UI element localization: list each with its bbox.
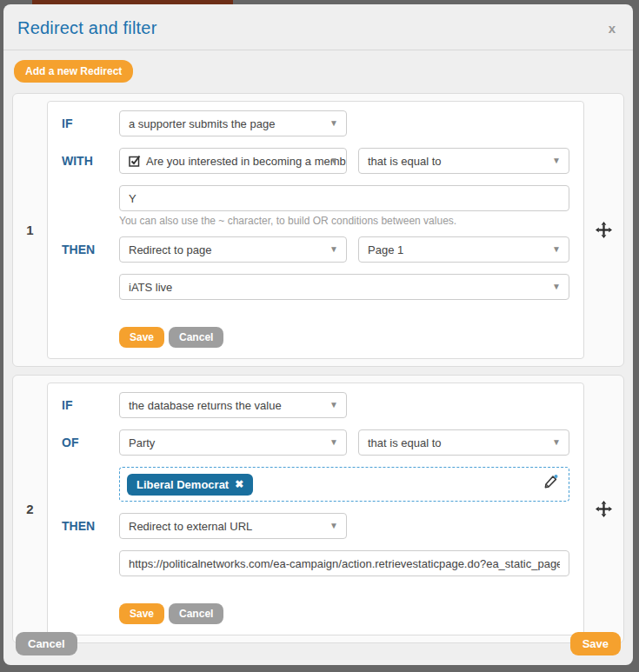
chevron-down-icon: ▼ (329, 400, 338, 409)
if-row: IF a supporter submits the page ▼ (62, 110, 569, 136)
select-value: Are you interested in becoming a memb... (146, 155, 347, 168)
chevron-down-icon: ▼ (552, 156, 561, 165)
footer-cancel-button[interactable]: Cancel (16, 632, 77, 655)
save-button[interactable]: Save (119, 603, 164, 624)
of-field-select[interactable]: Party ▼ (119, 429, 347, 456)
drag-handle[interactable] (584, 376, 623, 642)
redirect-filter-modal: Redirect and filter x Add a new Redirect… (3, 4, 633, 665)
with-row: WITH Are you interested in becoming a me… (62, 148, 569, 174)
if-condition-select[interactable]: a supporter submits the page ▼ (119, 110, 347, 136)
if-condition-select[interactable]: the database returns the value ▼ (119, 392, 347, 418)
select-value: the database returns the value (129, 399, 282, 412)
with-field-select[interactable]: Are you interested in becoming a memb...… (119, 148, 347, 174)
chevron-down-icon: ▼ (552, 244, 561, 254)
chevron-down-icon: ▼ (552, 282, 561, 291)
with-label: WITH (62, 154, 108, 168)
chevron-down-icon: ▼ (329, 437, 338, 447)
value-tag-box[interactable]: Liberal Democrat ✖ (119, 467, 569, 502)
value-tag: Liberal Democrat ✖ (127, 474, 253, 496)
then-label: THEN (62, 243, 108, 256)
redirect-rule-1: 1 IF a supporter submits the page ▼ WITH (12, 93, 624, 367)
of-label: OF (62, 436, 108, 449)
rule-blocks: 1 IF a supporter submits the page ▼ WITH (3, 83, 633, 643)
then-label: THEN (62, 519, 108, 533)
close-icon[interactable]: x (609, 22, 616, 35)
move-icon (596, 501, 612, 517)
tag-label: Liberal Democrat (136, 478, 229, 491)
if-row: IF the database returns the value ▼ (62, 392, 569, 418)
of-operator-select[interactable]: that is equal to ▼ (358, 429, 569, 456)
actions-row: Save Cancel (62, 588, 569, 624)
tag-row: Liberal Democrat ✖ (62, 467, 569, 502)
helper-text: You can also use the ~ character, to bui… (119, 215, 569, 227)
modal-header: Redirect and filter x (3, 4, 633, 50)
chevron-down-icon: ▼ (329, 156, 338, 165)
then-target-page-select[interactable]: Page 1 ▼ (358, 236, 569, 263)
select-value: a supporter submits the page (129, 117, 275, 130)
chevron-down-icon: ▼ (329, 521, 338, 530)
footer-save-button[interactable]: Save (570, 632, 621, 655)
actions-row: Save Cancel (62, 311, 569, 348)
modal-footer: Cancel Save (16, 632, 621, 655)
then-action-select[interactable]: Redirect to page ▼ (119, 236, 347, 263)
rule-card: IF a supporter submits the page ▼ WITH A… (47, 101, 584, 359)
modal-title: Redirect and filter (17, 18, 617, 38)
drag-handle[interactable] (584, 94, 623, 366)
select-value: Redirect to page (129, 243, 211, 256)
of-row: OF Party ▼ that is equal to ▼ (62, 429, 569, 456)
if-label: IF (62, 116, 108, 130)
helper-row: You can also use the ~ character, to bui… (62, 215, 569, 227)
payment-gateway-select[interactable]: iATS live ▼ (119, 274, 569, 300)
select-value: that is equal to (368, 436, 442, 449)
redirect-rule-2: 2 IF the database returns the value ▼ OF… (12, 375, 624, 643)
value-row (62, 185, 569, 211)
rule-number: 1 (13, 94, 47, 366)
condition-value-input[interactable] (119, 185, 569, 211)
move-icon (596, 222, 612, 238)
cancel-button[interactable]: Cancel (169, 603, 223, 624)
then-secondary-row: iATS live ▼ (62, 274, 569, 300)
chevron-down-icon: ▼ (329, 244, 338, 254)
edit-values-button[interactable] (542, 474, 558, 495)
chevron-down-icon: ▼ (552, 437, 561, 447)
save-button[interactable]: Save (119, 327, 164, 348)
then-row: THEN Redirect to external URL ▼ (62, 513, 569, 539)
toolbar: Add a new Redirect (3, 50, 633, 83)
with-operator-select[interactable]: that is equal to ▼ (358, 148, 569, 174)
remove-x-icon[interactable]: ✖ (235, 479, 243, 489)
then-action-select[interactable]: Redirect to external URL ▼ (119, 513, 347, 539)
external-url-input[interactable] (119, 550, 569, 576)
select-value: Party (129, 436, 155, 449)
then-row: THEN Redirect to page ▼ Page 1 ▼ (62, 236, 569, 263)
select-value: iATS live (129, 281, 172, 294)
pencil-icon (542, 474, 558, 491)
chevron-down-icon: ▼ (329, 118, 338, 128)
background-page-accent-bar (32, 0, 233, 4)
cancel-button[interactable]: Cancel (169, 327, 223, 348)
select-value: Redirect to external URL (129, 520, 252, 533)
add-redirect-button[interactable]: Add a new Redirect (14, 60, 133, 83)
select-value: that is equal to (368, 155, 442, 168)
url-row (62, 550, 569, 576)
check-square-icon (129, 155, 141, 167)
rule-card: IF the database returns the value ▼ OF P… (47, 383, 584, 635)
select-value: Page 1 (368, 243, 403, 256)
if-label: IF (62, 398, 108, 412)
rule-number: 2 (13, 376, 47, 642)
